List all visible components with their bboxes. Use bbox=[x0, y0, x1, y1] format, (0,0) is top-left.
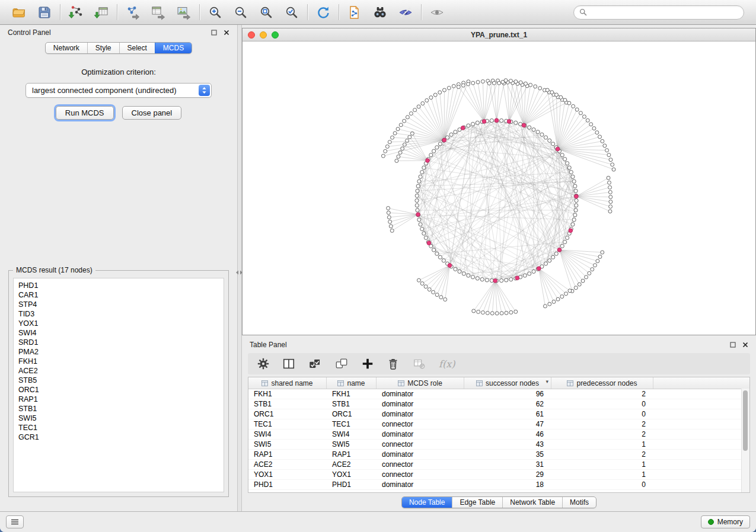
mcds-result-item[interactable]: SRD1 bbox=[18, 338, 219, 347]
column-label: shared name bbox=[271, 379, 312, 387]
window-close-button[interactable] bbox=[248, 31, 255, 39]
add-column-plus-icon[interactable] bbox=[361, 357, 374, 370]
table-scrollbar-thumb[interactable] bbox=[743, 390, 748, 451]
export-image-button[interactable] bbox=[175, 4, 193, 21]
table-scrollbar-track[interactable] bbox=[741, 389, 749, 492]
mcds-result-item[interactable]: TEC1 bbox=[18, 423, 219, 432]
window-zoom-button[interactable] bbox=[272, 31, 279, 39]
table-tab[interactable]: Motifs bbox=[562, 497, 596, 508]
table-tab[interactable]: Edge Table bbox=[452, 497, 502, 508]
control-panel-tab[interactable]: MCDS bbox=[155, 43, 192, 53]
open-session-button[interactable] bbox=[10, 4, 28, 21]
mcds-result-list: PHD1 CAR1 STP4 TID3 YOX1 SWI4 SRD1 bbox=[13, 278, 224, 492]
import-table-button[interactable] bbox=[92, 4, 110, 21]
mcds-result-item[interactable]: SWI5 bbox=[18, 414, 219, 423]
mcds-result-item[interactable]: PHD1 bbox=[18, 281, 219, 290]
cell-mcds-role: dominator bbox=[377, 480, 464, 489]
panel-splitter[interactable] bbox=[237, 25, 242, 511]
mcds-result-item[interactable]: ORC1 bbox=[18, 385, 219, 395]
mcds-result-item[interactable]: STB5 bbox=[18, 376, 219, 385]
cell-successor-nodes: 61 bbox=[464, 410, 551, 418]
memory-label: Memory bbox=[717, 518, 743, 526]
mcds-result-item[interactable]: SWI4 bbox=[18, 328, 219, 338]
column-header-predecessor-nodes[interactable]: predecessor nodes bbox=[551, 377, 653, 389]
mcds-result-item[interactable]: TID3 bbox=[18, 309, 219, 319]
close-panel-icon[interactable] bbox=[224, 30, 229, 36]
import-network-button[interactable] bbox=[67, 4, 85, 21]
network-window-titlebar[interactable]: YPA_prune.txt_1 bbox=[243, 28, 755, 41]
window-minimize-button[interactable] bbox=[260, 31, 267, 39]
mcds-buttons-row: Run MCDS Close panel bbox=[56, 106, 181, 120]
table-row[interactable]: PHD1 PHD1 dominator 18 0 bbox=[248, 480, 749, 490]
mcds-result-item[interactable]: CAR1 bbox=[18, 290, 219, 300]
cell-shared-name: RAP1 bbox=[248, 450, 327, 459]
zoom-fit-button[interactable] bbox=[257, 4, 275, 21]
sort-menu-icon[interactable]: ▾ bbox=[546, 379, 548, 384]
table-row[interactable]: YOX1 YOX1 connector 29 1 bbox=[248, 470, 749, 480]
search-network-button[interactable] bbox=[371, 4, 389, 21]
close-panel-button[interactable]: Close panel bbox=[122, 106, 182, 120]
search-input[interactable] bbox=[590, 8, 738, 17]
export-table-button[interactable] bbox=[149, 4, 167, 21]
show-graphics-details-button[interactable] bbox=[428, 4, 446, 21]
show-task-history-button[interactable] bbox=[6, 515, 24, 528]
control-panel-tab[interactable]: Select bbox=[119, 43, 155, 53]
export-network-button[interactable] bbox=[124, 4, 142, 21]
table-panel: Table Panel bbox=[242, 337, 756, 511]
zoom-selected-button[interactable] bbox=[283, 4, 301, 21]
hide-graphics-details-button[interactable] bbox=[397, 4, 414, 21]
column-header-name[interactable]: name bbox=[327, 377, 377, 389]
table-row[interactable]: ORC1 ORC1 dominator 61 0 bbox=[248, 409, 749, 419]
tab-label: MCDS bbox=[163, 44, 184, 52]
mcds-result-item[interactable]: STB1 bbox=[18, 404, 219, 414]
table-row[interactable]: SWI4 SWI4 dominator 46 2 bbox=[248, 430, 749, 440]
table-row[interactable]: FKH1 FKH1 dominator 96 2 bbox=[248, 389, 749, 399]
tab-label: Motifs bbox=[570, 498, 589, 507]
zoom-fit-icon bbox=[259, 5, 274, 20]
mcds-result-item[interactable]: ACE2 bbox=[18, 366, 219, 376]
tab-label: Style bbox=[95, 44, 111, 52]
unselect-all-icon[interactable] bbox=[334, 357, 349, 370]
mcds-result-item[interactable]: YOX1 bbox=[18, 319, 219, 328]
tools-group bbox=[339, 4, 421, 21]
refresh-view-button[interactable] bbox=[314, 4, 332, 21]
table-tab[interactable]: Network Table bbox=[502, 497, 562, 508]
control-panel-tab[interactable]: Network bbox=[46, 43, 87, 53]
zoom-out-button[interactable] bbox=[232, 4, 250, 21]
criterion-dropdown[interactable]: largest connected component (undirected) bbox=[25, 83, 212, 98]
column-header-shared-name[interactable]: shared name bbox=[248, 377, 327, 389]
float-panel-icon[interactable] bbox=[730, 342, 736, 348]
network-canvas[interactable] bbox=[243, 41, 755, 335]
mcds-result-item[interactable]: GCR1 bbox=[18, 432, 219, 442]
run-mcds-button[interactable]: Run MCDS bbox=[56, 106, 114, 120]
cell-mcds-role: connector bbox=[377, 440, 464, 448]
mcds-result-item[interactable]: PMA2 bbox=[18, 347, 219, 357]
delete-column-trash-icon[interactable] bbox=[387, 357, 400, 370]
select-all-icon[interactable] bbox=[308, 357, 322, 370]
share-document-button[interactable] bbox=[346, 4, 363, 21]
search-field[interactable] bbox=[573, 5, 744, 20]
splitter-handle-icon[interactable] bbox=[236, 267, 243, 277]
cell-successor-nodes: 31 bbox=[464, 460, 551, 469]
memory-button[interactable]: Memory bbox=[701, 515, 750, 528]
close-panel-icon[interactable] bbox=[742, 342, 748, 348]
save-session-button[interactable] bbox=[36, 4, 53, 21]
mcds-result-item[interactable]: FKH1 bbox=[18, 357, 219, 366]
table-row[interactable]: ACE2 ACE2 connector 31 1 bbox=[248, 460, 749, 470]
table-row[interactable]: SWI5 SWI5 connector 43 1 bbox=[248, 440, 749, 450]
table-row[interactable]: TEC1 TEC1 connector 47 2 bbox=[248, 419, 749, 430]
mcds-result-item[interactable]: RAP1 bbox=[18, 395, 219, 404]
show-columns-icon[interactable] bbox=[282, 357, 295, 370]
column-header-mcds-role[interactable]: MCDS role bbox=[377, 377, 464, 389]
float-panel-icon[interactable] bbox=[211, 30, 217, 36]
cell-shared-name: ACE2 bbox=[248, 460, 327, 469]
column-header-successor-nodes[interactable]: successor nodes ▾ bbox=[464, 377, 551, 389]
control-panel-tab[interactable]: Style bbox=[87, 43, 119, 53]
mcds-result-item[interactable]: STP4 bbox=[18, 300, 219, 309]
table-row[interactable]: RAP1 RAP1 dominator 35 2 bbox=[248, 450, 749, 460]
table-row[interactable]: STB1 STB1 dominator 62 0 bbox=[248, 399, 749, 409]
table-settings-gear-icon[interactable] bbox=[257, 357, 270, 370]
table-tab[interactable]: Node Table bbox=[402, 497, 452, 508]
zoom-in-button[interactable] bbox=[206, 4, 224, 21]
cell-predecessor-nodes: 2 bbox=[551, 430, 653, 438]
